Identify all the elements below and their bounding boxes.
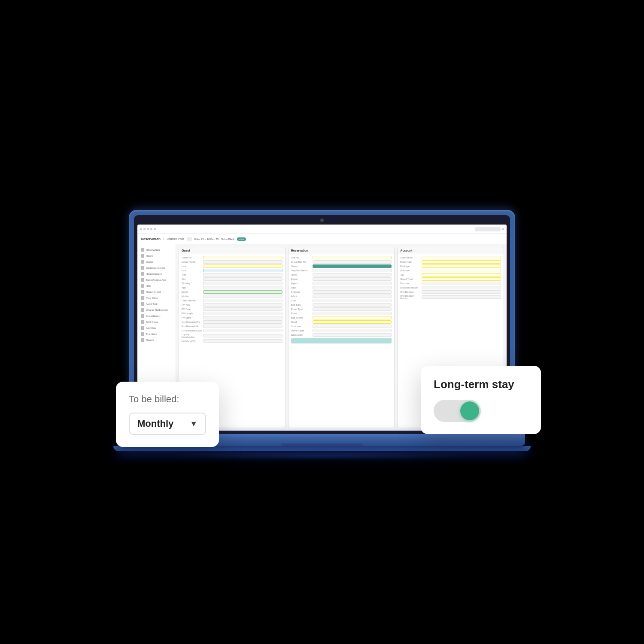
field-room-type: Room Type [291, 307, 392, 311]
sidebar-item-correspondence[interactable]: Correspondence [137, 265, 176, 271]
billing-select[interactable]: Monthly ▼ [129, 413, 206, 435]
field-wholesaler: Wholesaler [291, 333, 392, 337]
sidebar-item-requirement[interactable]: Requirement [137, 289, 176, 295]
laptop: Reservation › Chiltern Park 8 Apr 22 – 1… [129, 210, 515, 460]
app-header: Reservation › Chiltern Park 8 Apr 22 – 1… [137, 234, 507, 244]
field-status: Status [291, 264, 392, 268]
toolbar-dot-4 [150, 228, 152, 230]
longterm-card: Long-term stay [421, 366, 541, 434]
sidebar-item-reservation[interactable]: Reservation [137, 247, 176, 253]
field-tax: Tax [400, 273, 501, 276]
desk-icon [141, 296, 144, 300]
field-customer: Customer [291, 325, 392, 328]
field-birthday: Birthday [182, 282, 283, 285]
split-icon [141, 320, 144, 324]
header-dates: 8 Apr 22 – 16 Dec 25 [194, 238, 219, 240]
guest-icon [141, 260, 144, 264]
sidebar-item-report[interactable]: Report [137, 337, 176, 343]
sidebar-item-charge[interactable]: Charge Redirection [137, 307, 176, 313]
field-room: Room [291, 312, 392, 315]
laptop-shadow [167, 451, 477, 460]
page-title: Reservation [141, 237, 161, 241]
req-icon [141, 290, 144, 294]
field-loyalty-type: Loyalty Membership [182, 333, 283, 338]
sidebar-item-room[interactable]: Room [137, 253, 176, 259]
enc-icon [141, 314, 144, 318]
sidebar-item-yourdesk[interactable]: Your Desk [137, 295, 176, 301]
field-nights: Nights [291, 282, 392, 285]
field-discount: Discount [400, 269, 501, 272]
field-rv-length: RV Length [182, 312, 283, 315]
field-title: Title [182, 273, 283, 276]
account-panel-header: Account [398, 247, 504, 254]
field-rv-state: RV State [182, 316, 283, 319]
hold-icon [141, 284, 144, 288]
field-email: Email [182, 290, 283, 294]
toolbar-dot-2 [143, 228, 146, 230]
sidebar-item-splitrates[interactable]: Split Rates [137, 319, 176, 325]
reservation-panel: Reservation Res No Group Res No [288, 247, 395, 428]
field-account-no: Account No [400, 256, 501, 259]
transfer-icon [141, 332, 144, 336]
sidebar-item-addons[interactable]: Add Ons [137, 325, 176, 331]
field-fr-level: Fun Rewards Level [182, 329, 283, 332]
header-guest: Sirius Black [221, 238, 234, 240]
field-discount2: Discount [400, 282, 501, 285]
guest-panel-body: Guest No Group Name Last [179, 254, 285, 345]
longterm-toggle[interactable] [434, 400, 481, 422]
breadcrumb-separator: › [163, 237, 164, 240]
sidebar-item-housekeeping[interactable]: Housekeeping [137, 271, 176, 277]
clean-icon [141, 272, 144, 276]
field-rv-year: RV Year [182, 303, 283, 307]
highlight-row [291, 338, 392, 343]
field-arrive: Arrive [291, 273, 392, 276]
bag-icon [141, 278, 144, 282]
field-other-names: Other Names [182, 299, 283, 302]
field-travel-agent: Travel Agent [291, 329, 392, 332]
sidebar-item-audit[interactable]: Audit Trail [137, 301, 176, 307]
field-bkg-source: Bkg Source [291, 316, 392, 319]
breadcrumb: Chiltern Park [167, 237, 184, 240]
room-icon [141, 254, 144, 258]
field-bed-type: Bed Type [291, 303, 392, 307]
charge-icon [141, 308, 144, 312]
sidebar-item-bags[interactable]: Bags/Access Acc. [137, 277, 176, 283]
longterm-card-title: Long-term stay [434, 378, 528, 391]
sidebar-item-hold[interactable]: Hold [137, 283, 176, 289]
field-depart: Depart [291, 277, 392, 281]
toolbar-dot-1 [140, 228, 142, 230]
toolbar-dot-5 [154, 228, 156, 230]
field-city: City [182, 277, 283, 281]
sidebar-item-encashment[interactable]: Encashment [137, 313, 176, 319]
field-infant: Infant [291, 295, 392, 298]
billing-card: To be billed: Monthly ▼ [116, 382, 219, 447]
toolbar-user [502, 228, 504, 230]
calendar-icon [141, 248, 144, 252]
billing-card-label: To be billed: [129, 394, 206, 405]
status-badge: active [237, 237, 246, 241]
field-mobile: Mobile [182, 295, 283, 298]
audit-icon [141, 302, 144, 306]
field-fixed: Fixed [291, 320, 392, 324]
mail-icon [141, 266, 144, 270]
toolbar-search[interactable] [475, 227, 501, 231]
app-toolbar [137, 225, 507, 234]
field-first: First [182, 269, 283, 272]
report-icon [141, 338, 144, 342]
field-adult: Adult [291, 286, 392, 289]
field-package: Package [400, 264, 501, 268]
field-age: Age [182, 286, 283, 289]
sidebar-item-guest[interactable]: Guest [137, 259, 176, 265]
sidebar-item-transfers[interactable]: Transfers [137, 331, 176, 337]
field-unit-discount-reason: Unit Discount Reason [400, 295, 501, 300]
toggle-knob [460, 401, 479, 420]
guest-panel-header: Guest [179, 247, 285, 254]
field-loyalty-level: Loyalty Level [182, 339, 283, 343]
field-grand-total: Grand Total [400, 277, 501, 281]
field-stay-name: Stay Res Name [291, 269, 392, 272]
account-panel-body: Account No Basic Rate Pack [398, 254, 504, 302]
scene: Reservation › Chiltern Park 8 Apr 22 – 1… [0, 0, 644, 644]
reservation-panel-body: Res No Group Res No Status [289, 254, 395, 345]
billing-select-value: Monthly [137, 418, 173, 429]
field-children: Children [291, 290, 392, 294]
